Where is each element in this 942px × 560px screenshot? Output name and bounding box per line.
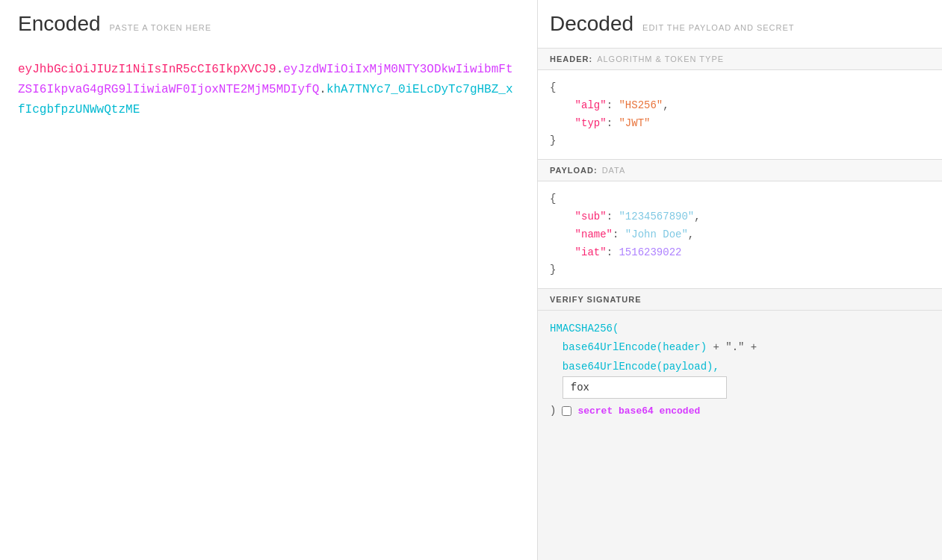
- payload-label: PAYLOAD:: [550, 166, 598, 175]
- sig-close-paren: ): [550, 402, 556, 420]
- payload-section-body[interactable]: { "sub": "1234567890", "name": "John Doe…: [538, 181, 942, 288]
- main-layout: Encoded PASTE A TOKEN HERE eyJhbGciOiJIU…: [0, 0, 942, 560]
- typ-key: "typ": [575, 117, 607, 129]
- payload-section: PAYLOAD: DATA { "sub": "1234567890", "na…: [538, 159, 942, 288]
- iat-value: 1516239022: [619, 246, 681, 258]
- alg-key: "alg": [575, 99, 607, 111]
- alg-value: "HS256": [619, 99, 663, 111]
- left-panel: Encoded PASTE A TOKEN HERE eyJhbGciOiJIU…: [0, 0, 538, 560]
- sig-plus-dot: + "." +: [713, 341, 757, 353]
- left-header: Encoded PASTE A TOKEN HERE: [0, 12, 537, 48]
- encoded-subtitle: PASTE A TOKEN HERE: [110, 23, 212, 32]
- verify-label: VERIFY SIGNATURE: [550, 295, 642, 304]
- decoded-title: Decoded: [550, 12, 633, 36]
- checkbox-label: secret base64 encoded: [577, 402, 700, 420]
- base64-payload: base64UrlEncode(payload),: [563, 361, 719, 373]
- checkbox-row: ) secret base64 encoded: [550, 402, 930, 420]
- sub-value: "1234567890": [619, 211, 694, 223]
- base64-header: base64UrlEncode(header): [563, 341, 707, 353]
- header-label: HEADER:: [550, 55, 592, 63]
- token-dot2: .: [319, 83, 326, 96]
- header-section-body[interactable]: { "alg": "HS256", "typ": "JWT" }: [538, 70, 942, 159]
- iat-key: "iat": [575, 246, 607, 258]
- hmac-func: HMACSHA256(: [550, 323, 619, 335]
- encoded-token-display[interactable]: eyJhbGciOiJIUzI1NiIsInR5cCI6IkpXVCJ9.eyJ…: [0, 48, 537, 133]
- encoded-title: Encoded: [18, 12, 101, 36]
- payload-section-header: PAYLOAD: DATA: [538, 160, 942, 181]
- secret-input[interactable]: [563, 376, 727, 399]
- base64-checkbox[interactable]: [562, 406, 571, 416]
- signature-body: HMACSHA256( base64UrlEncode(header) + ".…: [538, 311, 942, 429]
- sig-line2: base64UrlEncode(header) + "." +: [550, 338, 930, 357]
- sig-secret-row: [550, 376, 930, 399]
- header-section-header: HEADER: ALGORITHM & TOKEN TYPE: [538, 49, 942, 70]
- payload-sublabel: DATA: [602, 166, 626, 175]
- sig-line3: base64UrlEncode(payload),: [550, 358, 930, 376]
- verify-section: VERIFY SIGNATURE HMACSHA256( base64UrlEn…: [538, 288, 942, 560]
- decoded-subtitle: EDIT THE PAYLOAD AND SECRET: [642, 23, 794, 32]
- verify-section-header: VERIFY SIGNATURE: [538, 289, 942, 311]
- sub-key: "sub": [575, 211, 607, 223]
- header-sublabel: ALGORITHM & TOKEN TYPE: [597, 55, 724, 63]
- typ-value: "JWT": [619, 117, 650, 129]
- token-dot1: .: [276, 63, 284, 76]
- sig-line1: HMACSHA256(: [550, 320, 930, 338]
- right-panel: Decoded EDIT THE PAYLOAD AND SECRET HEAD…: [538, 0, 942, 560]
- name-value: "John Doe": [625, 228, 688, 240]
- name-key: "name": [575, 228, 613, 240]
- right-header: Decoded EDIT THE PAYLOAD AND SECRET: [538, 0, 942, 48]
- header-section: HEADER: ALGORITHM & TOKEN TYPE { "alg": …: [538, 48, 942, 159]
- token-part1: eyJhbGciOiJIUzI1NiIsInR5cCI6IkpXVCJ9: [18, 63, 276, 76]
